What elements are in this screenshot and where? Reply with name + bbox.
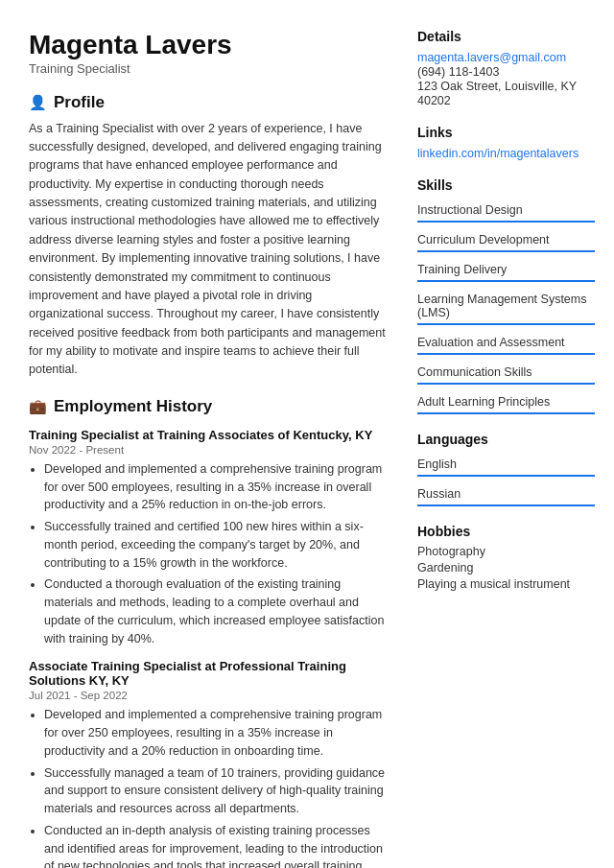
job-1-title: Training Specialist at Training Associat… <box>29 428 389 442</box>
employment-section-label: Employment History <box>54 397 212 416</box>
resume-title: Training Specialist <box>29 61 389 76</box>
hobby-item: Playing a musical instrument <box>417 577 595 591</box>
skill-item: Communication Skills <box>417 361 595 385</box>
hobby-item: Photography <box>417 545 595 558</box>
skill-item: Curriculum Development <box>417 228 595 252</box>
job-2: Associate Training Specialist at Profess… <box>29 659 389 868</box>
list-item: Successfully trained and certified 100 n… <box>44 518 389 572</box>
job-1: Training Specialist at Training Associat… <box>29 428 389 648</box>
email-link[interactable]: magenta.lavers@gmail.com <box>417 51 566 64</box>
hobby-item: Gardening <box>417 561 595 575</box>
hobbies-section-title: Hobbies <box>417 524 595 539</box>
language-item: Russian <box>417 482 595 506</box>
profile-text: As a Training Specialist with over 2 yea… <box>29 120 389 380</box>
list-item: Conducted a thorough evaluation of the e… <box>44 575 389 647</box>
skill-item: Evaluation and Assessment <box>417 331 595 355</box>
address-text: 123 Oak Street, Louisville, KY 40202 <box>417 80 577 107</box>
job-2-dates: Jul 2021 - Sep 2022 <box>29 690 389 701</box>
phone-text: (694) 118-1403 <box>417 65 499 79</box>
skill-item: Instructional Design <box>417 199 595 223</box>
list-item: Successfully managed a team of 10 traine… <box>44 764 389 818</box>
links-section-title: Links <box>417 125 595 140</box>
job-1-dates: Nov 2022 - Present <box>29 444 389 456</box>
left-column: Magenta Lavers Training Specialist 👤 Pro… <box>29 29 389 868</box>
employment-icon: 💼 <box>29 398 47 415</box>
skill-item: Adult Learning Principles <box>417 390 595 414</box>
resume-name: Magenta Lavers <box>29 29 389 61</box>
skill-item: Learning Management Systems (LMS) <box>417 288 595 325</box>
details-section-title: Details <box>417 29 595 44</box>
job-2-bullets: Developed and implemented a comprehensiv… <box>29 706 389 868</box>
job-1-bullets: Developed and implemented a comprehensiv… <box>29 460 389 648</box>
language-item: English <box>417 453 595 477</box>
job-2-title: Associate Training Specialist at Profess… <box>29 659 389 688</box>
list-item: Developed and implemented a comprehensiv… <box>44 706 389 760</box>
skill-item: Training Delivery <box>417 258 595 282</box>
right-column: Details magenta.lavers@gmail.com (694) 1… <box>417 29 595 868</box>
resume-header: Magenta Lavers Training Specialist <box>29 29 389 76</box>
languages-section-title: Languages <box>417 432 595 447</box>
list-item: Developed and implemented a comprehensiv… <box>44 460 389 514</box>
employment-section-header: 💼 Employment History <box>29 397 389 416</box>
list-item: Conducted an in-depth analysis of existi… <box>44 822 389 868</box>
linkedin-link[interactable]: linkedin.com/in/magentalavers <box>417 147 579 160</box>
profile-section-header: 👤 Profile <box>29 93 389 112</box>
profile-icon: 👤 <box>29 94 47 111</box>
profile-section-label: Profile <box>54 93 105 112</box>
skills-section-title: Skills <box>417 177 595 193</box>
